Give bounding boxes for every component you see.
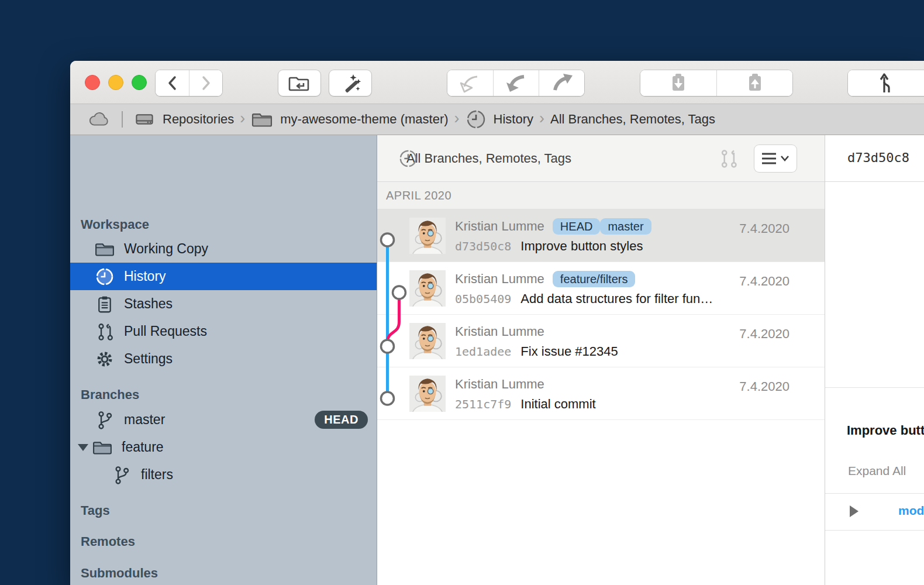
panel-divider [825,530,924,531]
avatar [409,323,446,359]
avatar [409,218,446,254]
commit-date: 7.4.2020 [739,221,789,236]
branch-icon [95,411,114,429]
author-avatar-image [409,376,446,412]
detail-field-label: Tree ID [835,359,924,373]
view-options-dropdown[interactable] [754,145,797,172]
commit-message: Add data structures for filter fun… [520,291,713,307]
breadcrumb-item-repository[interactable]: my-awesome-theme (master) [251,110,448,129]
breadcrumb: Repositories › my-awesome-theme (master)… [70,104,924,135]
sidebar-item-label: History [124,269,166,284]
commit-row[interactable]: Kristian Lumme HEADmaster d73d50c8 Impro… [377,209,825,262]
back-button[interactable] [156,70,189,96]
gear-icon [95,350,114,369]
redo-button[interactable] [539,70,584,96]
commit-hash: 2511c7f9 [455,397,511,411]
changed-file-status-link[interactable]: modified [898,504,924,518]
cloud-icon[interactable] [87,110,110,129]
ref-badge[interactable]: HEAD [553,218,601,235]
sidebar-item-branch-master[interactable]: master HEAD [70,406,377,433]
commit-info: Kristian Lumme feature/filters 05b05409 … [455,270,713,307]
minimize-window-button[interactable] [108,75,123,90]
undo-button[interactable] [493,70,539,96]
commit-hash: d73d50c8 [455,239,511,253]
sidebar-section-workspace[interactable]: Workspace [81,217,149,232]
sidebar-item-label: filters [141,467,173,483]
sidebar-item-label: master [124,412,165,428]
disclosure-triangle-icon[interactable] [78,444,88,451]
commit-info: Kristian Lumme 1ed1adee Fix issue #12345 [455,322,618,359]
commit-info: Kristian Lumme 2511c7f9 Initial commit [455,375,596,412]
history-clock-icon [466,109,487,130]
close-window-button[interactable] [85,75,100,90]
magic-wand-icon [337,71,363,95]
avatar [409,270,446,307]
detail-field-label: Parent IDs [835,335,924,349]
ref-badge[interactable]: feature/filters [553,271,636,287]
commit-row[interactable]: Kristian Lumme 2511c7f9 Initial commit 7… [377,367,825,420]
quick-actions-button[interactable] [329,70,371,96]
panel-divider [825,387,924,388]
detail-field-label: Author [835,195,924,209]
merge-button[interactable] [848,70,924,96]
commit-message: Initial commit [520,397,595,412]
pull-request-icon [95,322,114,341]
open-repository-button[interactable] [278,70,320,96]
merge-icon [873,70,899,96]
branch-icon [112,466,131,484]
sidebar-item-branch-filters[interactable]: filters [70,461,377,488]
repositories-drive-icon [133,109,156,129]
clock-icon [398,149,418,168]
clipboard-icon [95,295,114,314]
stash-apply-button[interactable] [716,70,792,96]
sidebar-section-branches[interactable]: Branches [81,387,139,402]
sidebar-section-tags[interactable]: Tags [81,503,110,518]
stash-save-button[interactable] [640,70,716,96]
breadcrumb-label: All Branches, Remotes, Tags [550,112,715,127]
expand-all-button[interactable]: Expand All [848,464,906,478]
compare-knot-icon[interactable] [718,148,738,169]
clock-icon [95,267,114,286]
breadcrumb-item-repositories[interactable]: Repositories [133,109,234,129]
open-repository-icon [287,71,312,95]
author-avatar-image [409,270,446,307]
undo-all-button[interactable] [447,70,493,96]
author-avatar-image [409,323,446,359]
sidebar-item-label: Settings [124,351,173,367]
stash-group [640,70,792,96]
history-navigation-group [156,70,222,96]
undo-icon [504,70,529,96]
folder-icon [251,110,273,129]
sidebar-item-settings[interactable]: Settings [70,345,377,373]
sidebar-item-branch-folder-feature[interactable]: feature [70,433,377,461]
commit-date: 7.4.2020 [739,379,789,394]
sidebar: Workspace Working Copy History [70,135,377,585]
date-group-label: APRIL 2020 [386,189,451,202]
detail-field-label: Committer [835,242,924,256]
commit-badges: feature/filters [553,273,636,286]
sidebar-item-working-copy[interactable]: Working Copy [70,235,377,263]
chevron-right-icon [196,73,216,93]
commit-row[interactable]: Kristian Lumme 1ed1adee Fix issue #12345… [377,315,825,367]
sidebar-item-pull-requests[interactable]: Pull Requests [70,318,377,345]
ref-badge[interactable]: master [600,218,651,235]
commit-message: Fix issue #12345 [520,344,618,359]
sidebar-item-stashes[interactable]: Stashes [70,290,377,318]
app-window: Repositories › my-awesome-theme (master)… [70,61,924,585]
detail-commit-hash: d73d50c8 [847,150,909,165]
disclosure-triangle-icon[interactable] [850,505,859,517]
breadcrumb-label: Repositories [163,112,234,127]
commit-row[interactable]: Kristian Lumme feature/filters 05b05409 … [377,262,825,315]
sidebar-section-submodules[interactable]: Submodules [81,566,158,581]
commit-detail-panel: d73d50c8 AuthorAuthor DateCommitterCommi… [825,135,924,585]
forward-button[interactable] [189,70,222,96]
breadcrumb-item-history[interactable]: History [466,109,533,130]
zoom-window-button[interactable] [132,75,147,90]
sidebar-item-history[interactable]: History [70,263,377,290]
sidebar-item-label: feature [122,439,164,455]
sidebar-section-remotes[interactable]: Remotes [81,534,135,549]
commit-message: Improve button styles [520,239,643,254]
breadcrumb-label: my-awesome-theme (master) [280,112,448,127]
sidebar-item-label: Stashes [124,296,173,312]
breadcrumb-item-view[interactable]: All Branches, Remotes, Tags [550,112,715,127]
